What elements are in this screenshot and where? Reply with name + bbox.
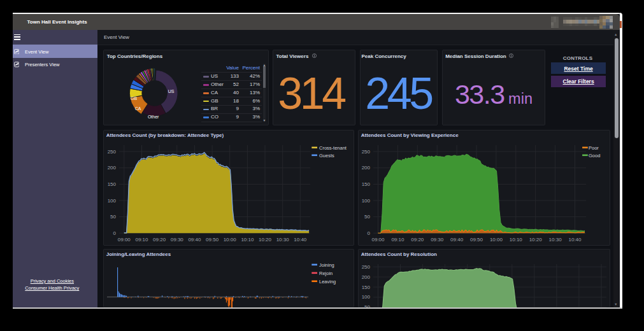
svg-text:250: 250: [362, 264, 371, 270]
svg-text:09:00: 09:00: [118, 236, 131, 242]
svg-text:Guests: Guests: [319, 153, 334, 158]
svg-text:200: 200: [362, 274, 371, 280]
svg-text:09:30: 09:30: [431, 236, 444, 242]
svg-text:09:50: 09:50: [206, 236, 219, 242]
svg-text:09:20: 09:20: [411, 236, 424, 242]
svg-text:150: 150: [362, 285, 371, 290]
svg-text:150: 150: [362, 181, 371, 187]
svg-text:10:10: 10:10: [241, 236, 254, 242]
svg-text:Cross-tenant: Cross-tenant: [319, 145, 347, 151]
svg-text:50: 50: [110, 214, 116, 220]
svg-text:09:20: 09:20: [153, 236, 166, 242]
svg-text:50: 50: [364, 304, 370, 307]
svg-text:09:40: 09:40: [450, 236, 464, 242]
svg-text:200: 200: [362, 165, 371, 171]
svg-text:09:40: 09:40: [188, 236, 201, 242]
svg-text:10:00: 10:00: [224, 236, 237, 242]
svg-text:10:20: 10:20: [259, 236, 272, 242]
svg-text:10:30: 10:30: [276, 236, 290, 242]
svg-text:250: 250: [362, 148, 371, 154]
svg-text:Poor: Poor: [589, 145, 599, 151]
svg-text:10:40: 10:40: [568, 236, 582, 242]
svg-text:0: 0: [113, 230, 117, 236]
svg-text:10:00: 10:00: [490, 236, 503, 242]
svg-text:50: 50: [364, 214, 370, 220]
svg-text:09:30: 09:30: [171, 236, 184, 242]
svg-text:09:10: 09:10: [391, 236, 404, 242]
svg-text:100: 100: [362, 294, 371, 300]
svg-text:Good: Good: [589, 153, 600, 158]
svg-text:Joining: Joining: [319, 262, 334, 268]
svg-text:150: 150: [108, 181, 117, 187]
svg-text:0: 0: [367, 230, 370, 236]
svg-text:Leaving: Leaving: [319, 279, 336, 285]
svg-text:200: 200: [108, 165, 117, 171]
svg-text:10:20: 10:20: [529, 236, 543, 242]
svg-text:10:30: 10:30: [548, 236, 562, 242]
svg-text:10:40: 10:40: [294, 236, 307, 242]
svg-text:100: 100: [108, 197, 117, 203]
svg-text:09:10: 09:10: [135, 236, 148, 242]
svg-text:09:50: 09:50: [470, 236, 483, 242]
svg-text:09:00: 09:00: [371, 236, 385, 242]
svg-text:Rejoin: Rejoin: [319, 271, 333, 276]
svg-text:250: 250: [108, 148, 117, 154]
svg-text:10:10: 10:10: [510, 236, 523, 242]
svg-text:100: 100: [362, 197, 371, 203]
